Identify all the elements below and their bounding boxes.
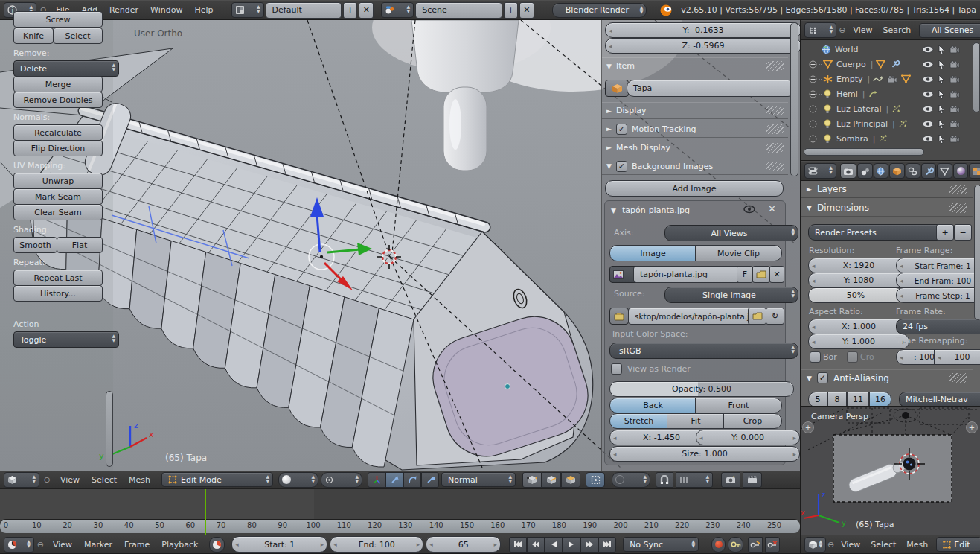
tab-world[interactable]	[874, 163, 888, 179]
sync-dropdown[interactable]: No Sync▲▼	[623, 537, 699, 552]
tool-shelf-scrollbar[interactable]	[106, 391, 113, 467]
history-button[interactable]: History...	[13, 285, 103, 302]
toggle-action-dropdown[interactable]: Toggle▲▼	[13, 331, 119, 348]
recalculate-button[interactable]: Recalculate	[13, 124, 103, 141]
selectability-toggle-pointer-icon[interactable]	[938, 60, 946, 69]
fit-toggle[interactable]: Fit	[667, 413, 725, 429]
axis-dropdown[interactable]: All Views▲▼	[664, 225, 798, 241]
outliner-item-label[interactable]: World	[835, 45, 859, 54]
properties-v-scrollbar[interactable]	[974, 185, 980, 320]
render-toggle-camera-icon[interactable]	[949, 89, 960, 99]
transform-y-field[interactable]: Y: -0.1633	[605, 22, 801, 38]
outliner-item-label[interactable]: Luz Lateral	[836, 104, 881, 114]
timeline-menu-frame[interactable]: Frame	[118, 540, 156, 550]
outliner-h-scrollbar[interactable]	[804, 148, 924, 156]
tab-image[interactable]: Image	[609, 245, 696, 261]
source-dropdown[interactable]: Single Image▲▼	[664, 287, 798, 303]
tab-texture[interactable]	[969, 163, 980, 179]
layers-panel-header[interactable]: ► Layers	[801, 181, 973, 198]
background-images-panel-header[interactable]: ▼ ✓ Background Images	[602, 158, 788, 175]
pivot-point-dropdown[interactable]: ▲▼	[321, 472, 362, 488]
editor-type-selector-outliner[interactable]: ▲▼	[804, 22, 836, 38]
panel-drag-stripes[interactable]	[766, 61, 784, 71]
selectability-toggle-pointer-icon[interactable]	[938, 104, 946, 114]
fake-user-button[interactable]: F	[737, 266, 753, 283]
resolution-y-field[interactable]: Y: 1080	[808, 273, 909, 288]
selectability-toggle-pointer-icon[interactable]	[938, 74, 946, 84]
visibility-toggle-eye-icon[interactable]	[922, 60, 934, 69]
mark-seam-button[interactable]: Mark Seam	[13, 188, 103, 205]
n-panel-scrollbar[interactable]	[790, 22, 798, 176]
clear-seam-button[interactable]: Clear Seam	[13, 204, 103, 220]
delete-keyframe-button[interactable]	[765, 537, 780, 553]
knife-button[interactable]: Knife	[13, 28, 54, 44]
outliner-menu-view[interactable]: View	[848, 25, 877, 35]
outliner-v-scrollbar[interactable]	[973, 42, 980, 112]
selectability-toggle-pointer-icon[interactable]	[938, 89, 946, 99]
next-keyframe-button[interactable]	[580, 537, 598, 553]
tab-modifiers[interactable]	[921, 163, 936, 179]
add-scene-button[interactable]: +	[504, 2, 519, 19]
crop-toggle[interactable]: Crop	[723, 413, 782, 429]
aa-samples-5-button[interactable]: 5	[808, 392, 827, 407]
browse-filepath-button[interactable]	[748, 308, 766, 325]
start-frame-field[interactable]: Start: 1	[231, 536, 327, 553]
render-toggle-camera-icon[interactable]	[949, 119, 960, 129]
screen-layout-name-field[interactable]: Default	[266, 2, 342, 19]
editor-type-selector-timeline[interactable]: ▲▼	[4, 537, 34, 553]
remove-doubles-button[interactable]: Remove Doubles	[13, 92, 103, 108]
outliner-item-sombra[interactable]: Sombra|	[801, 131, 970, 146]
current-frame-playhead[interactable]	[205, 489, 206, 535]
viewport-shading-dropdown[interactable]: ▲▼	[278, 472, 318, 488]
selectability-toggle-pointer-icon[interactable]	[938, 45, 946, 54]
render-toggle-camera-icon[interactable]	[949, 134, 960, 144]
remove-preset-button[interactable]: −	[954, 224, 972, 241]
aa-samples-11-button[interactable]: 11	[847, 392, 869, 407]
timeline-ruler[interactable]: 0102030405060708090100110120130140150160…	[0, 519, 800, 533]
aa-samples-16-button[interactable]: 16	[869, 392, 891, 407]
merge-button[interactable]: Merge	[13, 76, 103, 92]
delete-dropdown[interactable]: Delete▲▼	[13, 60, 119, 77]
outliner-menu-search[interactable]: Search	[878, 25, 917, 35]
panel-drag-stripes[interactable]	[949, 373, 967, 383]
topbar-menu-render[interactable]: Render	[103, 5, 144, 15]
select-button[interactable]: Select	[53, 28, 103, 44]
outliner-item-world[interactable]: World	[801, 42, 970, 57]
snap-toggle[interactable]	[656, 472, 673, 488]
open-image-button[interactable]	[752, 266, 770, 283]
collapse-menus-icon[interactable]: ⊖	[42, 475, 52, 485]
outliner-item-label[interactable]: Empty	[836, 74, 862, 84]
render-toggle-camera-icon[interactable]	[949, 45, 960, 54]
outliner-item-luz-principal[interactable]: Luz Principal|	[801, 116, 970, 131]
visibility-toggle-eye-icon[interactable]	[922, 104, 934, 114]
front-toggle[interactable]: Front	[695, 398, 782, 413]
render-opengl-anim-button[interactable]	[743, 472, 762, 488]
jump-to-start-button[interactable]	[509, 537, 527, 553]
viewport-menu-mesh[interactable]: Mesh	[123, 475, 156, 485]
expand-icon[interactable]	[807, 60, 819, 69]
collapse-menus-icon[interactable]: ⊖	[36, 540, 45, 550]
timeline-menu-playback[interactable]: Playback	[156, 540, 204, 550]
aspect-y-field[interactable]: Y: 1.000	[808, 334, 909, 349]
transform-z-field[interactable]: Z: -0.5969	[605, 38, 801, 54]
background-images-checkbox[interactable]: ✓	[616, 161, 627, 172]
expand-triangle-icon[interactable]: ▼	[611, 207, 616, 214]
render-engine-dropdown[interactable]: Blender Render▲▼	[552, 3, 647, 18]
keying-set-button[interactable]	[728, 537, 743, 553]
camera-view-menu-mesh[interactable]: Mesh	[901, 540, 933, 550]
tab-constraints[interactable]	[906, 163, 920, 179]
crop-checkbox[interactable]	[847, 351, 858, 363]
render-presets-dropdown[interactable]: Render Presets▲▼	[808, 224, 949, 241]
close-icon[interactable]: ✕	[768, 203, 776, 214]
tab-object[interactable]	[889, 163, 904, 179]
display-panel-header[interactable]: ► Display	[602, 102, 788, 119]
topbar-menu-help[interactable]: Help	[188, 5, 219, 15]
smooth-button[interactable]: Smooth	[13, 237, 57, 253]
outliner-item-label[interactable]: Sombra	[836, 134, 868, 144]
viewport-menu-view[interactable]: View	[54, 475, 86, 485]
image-name-field[interactable]: tapón-planta.jpg	[633, 266, 749, 283]
vertex-dot[interactable]	[505, 384, 510, 389]
outliner-filter-dropdown[interactable]: All Scenes	[919, 23, 980, 38]
filepath-field[interactable]: sktop/modelos/tapón-planta.jpg	[628, 308, 760, 325]
outliner-item-label[interactable]: Luz Principal	[836, 119, 888, 129]
